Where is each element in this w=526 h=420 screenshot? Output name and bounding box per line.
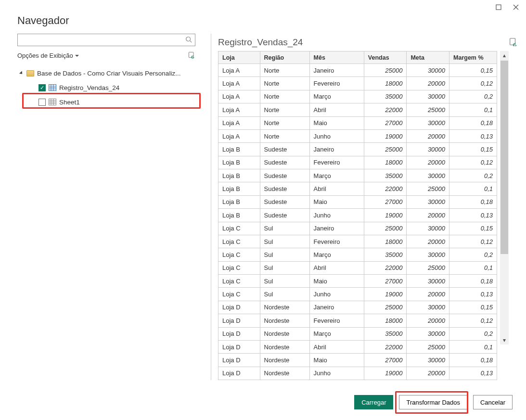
scroll-up-arrow-icon[interactable]: ▴: [503, 51, 506, 60]
cell-meta: 20000: [407, 156, 449, 169]
cell-mes: Abril: [309, 103, 364, 116]
preview-table: Loja Região Mês Vendas Meta Margem % Loj…: [218, 51, 497, 380]
cell-vendas: 35000: [364, 90, 407, 103]
cell-vendas: 35000: [364, 248, 407, 261]
table-icon: [49, 84, 56, 91]
cell-regiao: Nordeste: [260, 367, 309, 380]
cell-meta: 30000: [407, 90, 449, 103]
table-row[interactable]: Loja DNordesteJunho19000200000,13: [218, 367, 497, 380]
cell-vendas: 25000: [364, 143, 407, 156]
refresh-tree-icon[interactable]: [188, 51, 195, 60]
annotation-highlight: [22, 93, 201, 109]
cell-vendas: 25000: [364, 64, 407, 77]
table-row[interactable]: Loja CSulMarço35000300000,2: [218, 248, 497, 261]
table-row[interactable]: Loja BSudesteJunho19000200000,13: [218, 209, 497, 222]
col-header-regiao[interactable]: Região: [260, 51, 309, 64]
table-row[interactable]: Loja BSudesteMarço35000300000,2: [218, 169, 497, 182]
table-row[interactable]: Loja DNordesteMaio27000300000,18: [218, 354, 497, 367]
tree-item-label: Registro_Vendas_24: [59, 84, 119, 91]
cell-regiao: Sul: [260, 235, 309, 248]
cell-loja: Loja C: [218, 248, 260, 261]
cell-vendas: 19000: [364, 209, 407, 222]
checkbox-checked-icon[interactable]: ✓: [38, 84, 46, 91]
cell-meta: 25000: [407, 103, 449, 116]
table-row[interactable]: Loja CSulJunho19000200000,13: [218, 288, 497, 301]
table-row[interactable]: Loja DNordesteFevereiro18000200000,12: [218, 314, 497, 327]
table-row[interactable]: Loja ANorteMaio27000300000,18: [218, 116, 497, 129]
expand-toggle-icon[interactable]: [19, 71, 24, 75]
cell-regiao: Nordeste: [260, 327, 309, 340]
table-row[interactable]: Loja ANorteAbril22000250000,1: [218, 103, 497, 116]
col-header-meta[interactable]: Meta: [407, 51, 449, 64]
table-row[interactable]: Loja ANorteJunho19000200000,13: [218, 129, 497, 142]
cell-vendas: 27000: [364, 116, 407, 129]
refresh-preview-icon[interactable]: [509, 38, 517, 48]
cell-regiao: Sudeste: [260, 209, 309, 222]
cell-loja: Loja C: [218, 235, 260, 248]
cell-regiao: Nordeste: [260, 301, 309, 314]
vertical-scrollbar[interactable]: ▴ ▾: [500, 51, 509, 344]
cell-meta: 30000: [407, 169, 449, 182]
table-row[interactable]: Loja ANorteJaneiro25000300000,15: [218, 64, 497, 77]
scroll-thumb[interactable]: [500, 61, 508, 254]
tree-root-label: Base de Dados - Como Criar Visuais Perso…: [37, 70, 180, 77]
cell-margem: 0,13: [449, 288, 497, 301]
cell-regiao: Norte: [260, 103, 309, 116]
table-row[interactable]: Loja BSudesteAbril22000250000,1: [218, 182, 497, 195]
cell-mes: Fevereiro: [309, 235, 364, 248]
display-options-dropdown[interactable]: Opções de Exibição: [17, 52, 79, 59]
table-row[interactable]: Loja BSudesteMaio27000300000,18: [218, 195, 497, 208]
cell-meta: 20000: [407, 77, 449, 90]
table-row[interactable]: Loja ANorteMarço35000300000,2: [218, 90, 497, 103]
svg-line-4: [190, 40, 192, 42]
close-icon[interactable]: [513, 4, 519, 11]
cell-regiao: Norte: [260, 116, 309, 129]
cell-margem: 0,12: [449, 156, 497, 169]
maximize-icon[interactable]: [495, 4, 502, 11]
col-header-vendas[interactable]: Vendas: [364, 51, 407, 64]
cell-regiao: Sul: [260, 288, 309, 301]
cell-margem: 0,12: [449, 314, 497, 327]
search-input[interactable]: [21, 35, 185, 45]
table-row[interactable]: Loja DNordesteMarço35000300000,2: [218, 327, 497, 340]
col-header-mes[interactable]: Mês: [309, 51, 364, 64]
table-row[interactable]: Loja CSulAbril22000250000,1: [218, 261, 497, 274]
cell-vendas: 35000: [364, 327, 407, 340]
svg-point-3: [186, 37, 191, 41]
table-row[interactable]: Loja DNordesteJaneiro25000300000,15: [218, 301, 497, 314]
cell-mes: Abril: [309, 261, 364, 274]
cell-loja: Loja B: [218, 169, 260, 182]
col-header-loja[interactable]: Loja: [218, 51, 260, 64]
cell-loja: Loja A: [218, 90, 260, 103]
table-row[interactable]: Loja BSudesteJaneiro25000300000,15: [218, 143, 497, 156]
cell-mes: Fevereiro: [309, 314, 364, 327]
table-row[interactable]: Loja BSudesteFevereiro18000200000,12: [218, 156, 497, 169]
cell-loja: Loja A: [218, 103, 260, 116]
panel-divider: [211, 34, 211, 380]
cell-loja: Loja D: [218, 340, 260, 353]
cell-mes: Maio: [309, 354, 364, 367]
search-icon[interactable]: [185, 36, 192, 44]
col-header-margem[interactable]: Margem %: [449, 51, 497, 64]
cell-mes: Abril: [309, 182, 364, 195]
tree-root[interactable]: Base de Dados - Como Criar Visuais Perso…: [17, 66, 200, 80]
cell-margem: 0,1: [449, 340, 497, 353]
search-box[interactable]: [17, 34, 195, 46]
cell-vendas: 19000: [364, 288, 407, 301]
table-row[interactable]: Loja CSulMaio27000300000,18: [218, 275, 497, 288]
table-row[interactable]: Loja DNordesteAbril22000250000,1: [218, 340, 497, 353]
cell-loja: Loja B: [218, 195, 260, 208]
cell-regiao: Sudeste: [260, 156, 309, 169]
table-row[interactable]: Loja ANorteFevereiro18000200000,12: [218, 77, 497, 90]
cell-vendas: 18000: [364, 314, 407, 327]
table-row[interactable]: Loja CSulJaneiro25000300000,15: [218, 222, 497, 235]
table-row[interactable]: Loja CSulFevereiro18000200000,12: [218, 235, 497, 248]
scroll-down-arrow-icon[interactable]: ▾: [503, 336, 506, 344]
cell-regiao: Sudeste: [260, 182, 309, 195]
cell-regiao: Nordeste: [260, 340, 309, 353]
load-button[interactable]: Carregar: [354, 395, 393, 409]
annotation-highlight: [395, 391, 468, 414]
cancel-button[interactable]: Cancelar: [473, 395, 513, 409]
cell-meta: 20000: [407, 209, 449, 222]
cell-meta: 20000: [407, 288, 449, 301]
